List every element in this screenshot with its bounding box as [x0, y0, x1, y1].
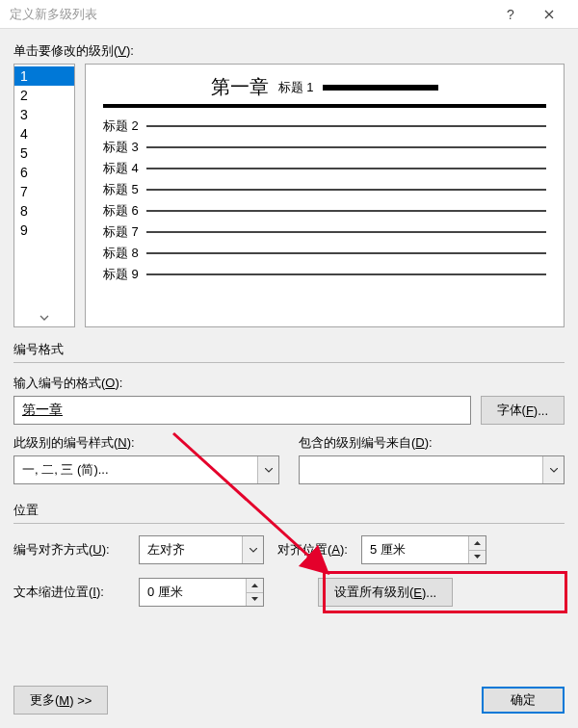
- align-position-spinner[interactable]: 5 厘米: [361, 535, 486, 564]
- ok-button[interactable]: 确定: [482, 687, 565, 714]
- align-mode-select[interactable]: 左对齐: [139, 535, 264, 564]
- preview-row-label: 标题 6: [103, 202, 139, 220]
- align-mode-label: 编号对齐方式(U):: [13, 541, 129, 559]
- preview-row-label: 标题 5: [103, 181, 139, 198]
- level-listbox[interactable]: 1 2 3 4 5 6 7 8 9: [13, 64, 75, 327]
- numfmt-label: 输入编号的格式(O):: [13, 375, 565, 392]
- level-item-5[interactable]: 5: [14, 143, 74, 163]
- level-item-9[interactable]: 9: [14, 221, 74, 240]
- include-level-label: 包含的级别编号来自(D):: [299, 434, 565, 452]
- preview-chapter-sub: 标题 1: [278, 79, 314, 96]
- preview-chapter-bar: [323, 85, 438, 91]
- text-indent-label: 文本缩进位置(I):: [13, 584, 129, 601]
- spin-down[interactable]: [469, 551, 486, 564]
- level-item-2[interactable]: 2: [14, 86, 74, 105]
- help-button[interactable]: ?: [491, 0, 530, 29]
- preview-row-label: 标题 7: [103, 223, 139, 241]
- spin-up[interactable]: [247, 579, 263, 593]
- level-item-3[interactable]: 3: [14, 105, 74, 124]
- preview-chapter: 第一章: [211, 74, 269, 100]
- level-item-1[interactable]: 1: [14, 66, 74, 86]
- preview-row-label: 标题 3: [103, 139, 139, 156]
- window-title: 定义新多级列表: [10, 6, 491, 23]
- level-select-label: 单击要修改的级别(V):: [13, 42, 565, 60]
- include-level-select[interactable]: [299, 455, 565, 484]
- group-position: 位置: [13, 502, 565, 519]
- font-button[interactable]: 字体(F)...: [481, 396, 565, 425]
- number-format-input[interactable]: 第一章: [13, 396, 471, 425]
- preview-row-label: 标题 9: [103, 266, 139, 283]
- spin-up[interactable]: [469, 536, 486, 551]
- titlebar: 定义新多级列表 ?: [0, 0, 578, 29]
- level-item-7[interactable]: 7: [14, 182, 74, 201]
- chevron-down-icon: [257, 456, 278, 483]
- set-all-levels-button[interactable]: 设置所有级别(E)...: [318, 578, 453, 607]
- group-number-format: 编号格式: [13, 341, 565, 358]
- chevron-down-icon: [542, 456, 564, 483]
- dialog-body: 单击要修改的级别(V): 1 2 3 4 5 6 7 8 9 第一章 标题 1 …: [0, 29, 578, 607]
- numstyle-label: 此级别的编号样式(N):: [13, 434, 279, 452]
- level-item-6[interactable]: 6: [14, 163, 74, 182]
- number-style-select[interactable]: 一, 二, 三 (简)...: [13, 455, 279, 484]
- dialog-footer: 更多(M) >> 确定: [0, 672, 578, 728]
- level-item-4[interactable]: 4: [14, 124, 74, 143]
- level-scroll-down[interactable]: [14, 309, 74, 326]
- preview-row-label: 标题 8: [103, 245, 139, 262]
- align-position-label: 对齐位置(A):: [277, 541, 348, 559]
- preview-row-label: 标题 2: [103, 117, 139, 135]
- level-item-8[interactable]: 8: [14, 201, 74, 221]
- more-button[interactable]: 更多(M) >>: [13, 686, 108, 715]
- preview-divider: [103, 104, 546, 108]
- preview-row-label: 标题 4: [103, 160, 139, 177]
- spin-down[interactable]: [247, 593, 263, 607]
- text-indent-spinner[interactable]: 0 厘米: [139, 578, 264, 607]
- close-button[interactable]: [530, 0, 568, 29]
- preview-pane: 第一章 标题 1 标题 2 标题 3 标题 4 标题 5 标题 6 标题 7 标…: [85, 64, 565, 327]
- chevron-down-icon: [242, 536, 263, 563]
